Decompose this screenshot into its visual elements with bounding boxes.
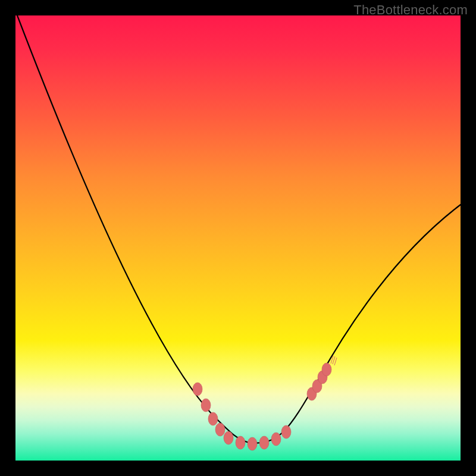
curve-marker [259,436,269,449]
curve-marker [208,412,218,425]
watermark-text: TheBottleneck.com [353,2,468,18]
svg-line-2 [334,358,337,365]
curve-marker [201,399,211,412]
curve-marker [322,363,331,376]
curve-marker [236,436,245,449]
curve-markers [193,363,331,450]
curve-left-arm [17,15,461,443]
curve-marker [248,437,257,450]
curve-layer [15,15,461,461]
curve-marker [271,433,281,446]
curve-marker [215,423,225,436]
curve-marker [193,383,202,396]
curve-marker [281,425,291,439]
curve-marker [224,431,233,444]
chart-plot-area [15,15,461,461]
